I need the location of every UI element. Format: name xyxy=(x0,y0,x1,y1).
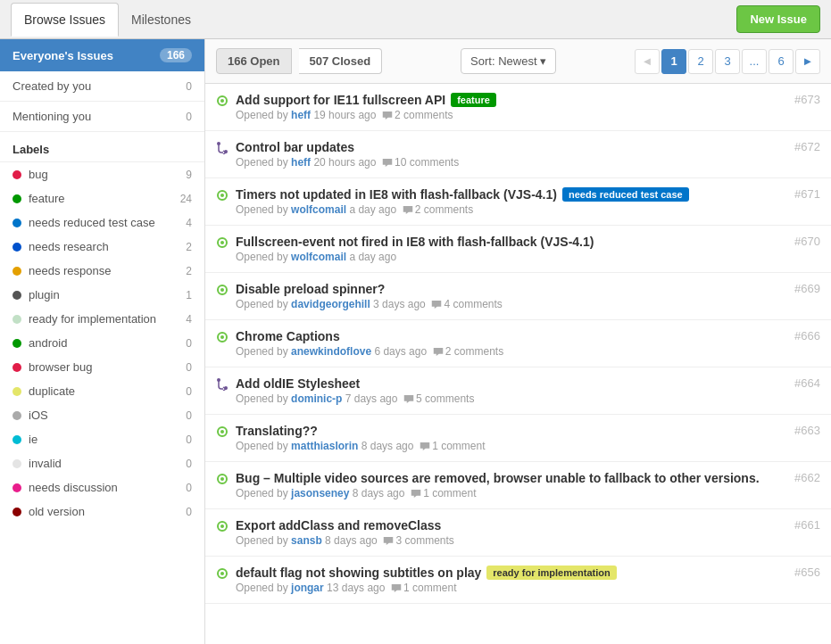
svg-point-5 xyxy=(220,194,224,197)
issue-title-line: Chrome Captions xyxy=(236,329,780,343)
sidebar-label-plugin[interactable]: plugin 1 xyxy=(0,283,204,307)
tab-browse-issues[interactable]: Browse Issues xyxy=(11,3,119,37)
comment-icon xyxy=(411,489,421,499)
issue-author-link[interactable]: jongar xyxy=(291,582,324,594)
pagination-page-1[interactable]: 1 xyxy=(661,49,686,74)
issue-row: default flag not showing subtitles on pl… xyxy=(205,557,831,604)
pagination-prev[interactable]: ◄ xyxy=(635,49,660,74)
label-count-text: 4 xyxy=(186,217,192,229)
issue-title[interactable]: Add oldIE Stylesheet xyxy=(236,376,360,391)
sidebar-label-bug[interactable]: bug 9 xyxy=(0,162,204,186)
issue-title[interactable]: Timers not updated in IE8 with flash-fal… xyxy=(236,187,557,202)
header: Browse Issues Milestones New Issue xyxy=(0,0,831,39)
tab-milestones[interactable]: Milestones xyxy=(119,4,204,36)
sidebar-label-android[interactable]: android 0 xyxy=(0,331,204,355)
sidebar-label-iOS[interactable]: iOS 0 xyxy=(0,403,204,427)
issue-content: Chrome Captions Opened by anewkindoflove… xyxy=(236,329,780,358)
issue-title[interactable]: Bug – Multiple video sources are removed… xyxy=(236,471,760,485)
sort-dropdown[interactable]: Sort: Newest ▾ xyxy=(461,48,556,74)
issue-author-link[interactable]: jasonseney xyxy=(291,487,349,500)
label-color-dot xyxy=(12,170,21,179)
issue-number: #671 xyxy=(787,187,820,201)
sidebar-label-duplicate[interactable]: duplicate 0 xyxy=(0,379,204,403)
issue-author-link[interactable]: anewkindoflove xyxy=(291,345,371,358)
label-name-text: ie xyxy=(29,433,186,446)
issue-title[interactable]: Chrome Captions xyxy=(236,329,340,343)
issue-author-link[interactable]: heff xyxy=(291,109,311,121)
sidebar-label-old-version[interactable]: old version 0 xyxy=(0,500,204,524)
issue-row: Control bar updates Opened by heff 20 ho… xyxy=(205,131,831,178)
label-count-text: 0 xyxy=(186,433,192,446)
label-color-dot xyxy=(12,363,21,372)
issue-title[interactable]: Control bar updates xyxy=(236,140,354,154)
sidebar-label-ready-for-implementation[interactable]: ready for implementation 4 xyxy=(0,307,204,331)
issue-author-link[interactable]: davidgeorgehill xyxy=(291,298,370,310)
label-color-dot xyxy=(12,483,21,492)
sidebar-label-browser-bug[interactable]: browser bug 0 xyxy=(0,355,204,379)
svg-point-1 xyxy=(220,99,224,103)
issue-status-icon xyxy=(216,473,229,488)
open-issue-icon xyxy=(216,567,229,580)
sidebar-label-ie[interactable]: ie 0 xyxy=(0,427,204,451)
issue-row: Bug – Multiple video sources are removed… xyxy=(205,462,831,509)
issue-row: Chrome Captions Opened by anewkindoflove… xyxy=(205,320,831,367)
sidebar-label-needs-research[interactable]: needs research 2 xyxy=(0,235,204,259)
sidebar-label-needs-response[interactable]: needs response 2 xyxy=(0,259,204,283)
closed-issues-button[interactable]: 507 Closed xyxy=(299,48,383,74)
issue-meta: Opened by davidgeorgehill 3 days ago 4 c… xyxy=(236,298,780,310)
sidebar-label-invalid[interactable]: invalid 0 xyxy=(0,451,204,475)
merged-issue-icon xyxy=(216,378,229,391)
comment-icon xyxy=(391,583,402,593)
open-issues-button[interactable]: 166 Open xyxy=(216,48,292,74)
issue-title-line: Export addClass and removeClass xyxy=(236,518,780,533)
comment-icon xyxy=(382,111,393,120)
issue-content: Bug – Multiple video sources are removed… xyxy=(236,471,780,500)
sidebar-item-mentioning-you[interactable]: Mentioning you 0 xyxy=(0,102,204,132)
label-count-text: 0 xyxy=(186,506,192,518)
pagination-next[interactable]: ► xyxy=(795,49,820,74)
open-issue-icon xyxy=(216,236,229,249)
issue-title[interactable]: Export addClass and removeClass xyxy=(236,518,441,533)
everyone-label: Everyone's Issues xyxy=(12,49,113,62)
issue-number: #663 xyxy=(787,424,820,437)
issue-author-link[interactable]: wolfcomail xyxy=(291,203,346,216)
pagination-page-6[interactable]: 6 xyxy=(769,49,794,74)
label-count-text: 0 xyxy=(186,458,192,470)
sidebar-item-created-by-you[interactable]: Created by you 0 xyxy=(0,71,204,102)
issue-author-link[interactable]: matthiaslorin xyxy=(291,440,358,452)
sidebar-label-needs-discussion[interactable]: needs discussion 0 xyxy=(0,475,204,500)
issue-title[interactable]: default flag not showing subtitles on pl… xyxy=(236,566,481,580)
created-by-you-label: Created by you xyxy=(12,79,91,93)
pagination-page-2[interactable]: 2 xyxy=(688,49,713,74)
sidebar-label-needs-reduced-test-case[interactable]: needs reduced test case 4 xyxy=(0,211,204,235)
issue-title[interactable]: Translating?? xyxy=(236,424,318,438)
sidebar-label-feature[interactable]: feature 24 xyxy=(0,186,204,211)
issue-title[interactable]: Disable preload spinner? xyxy=(236,282,385,296)
issue-author-link[interactable]: heff xyxy=(291,156,311,169)
issue-author-link[interactable]: sansb xyxy=(291,534,322,547)
open-issue-icon xyxy=(216,425,229,438)
label-name-text: old version xyxy=(29,505,186,518)
issue-title-line: default flag not showing subtitles on pl… xyxy=(236,566,780,580)
pagination-page-3[interactable]: 3 xyxy=(715,49,740,74)
label-color-dot xyxy=(12,219,21,227)
labels-heading: Labels xyxy=(0,132,204,162)
open-issue-icon xyxy=(216,331,229,343)
issue-status-icon xyxy=(216,378,229,393)
issue-title-line: Disable preload spinner? xyxy=(236,282,780,296)
issue-row: Add oldIE Stylesheet Opened by dominic-p… xyxy=(205,367,831,415)
issue-status-icon xyxy=(216,425,229,441)
main-content: 166 Open 507 Closed Sort: Newest ▾ ◄ 1 2… xyxy=(205,39,831,644)
issue-meta: Opened by anewkindoflove 6 days ago 2 co… xyxy=(236,345,780,358)
new-issue-button[interactable]: New Issue xyxy=(736,5,820,33)
sidebar-item-everyone[interactable]: Everyone's Issues 166 xyxy=(0,39,204,71)
label-count-text: 0 xyxy=(186,409,192,422)
label-name-text: invalid xyxy=(29,457,186,470)
issue-title[interactable]: Add support for IE11 fullscreen API xyxy=(236,93,445,107)
sort-arrow-icon: ▾ xyxy=(540,54,546,68)
issue-author-link[interactable]: dominic-p xyxy=(291,392,342,405)
issue-author-link[interactable]: wolfcomail xyxy=(291,251,346,263)
issue-title[interactable]: Fullscreen-event not fired in IE8 with f… xyxy=(236,235,594,249)
open-issue-icon xyxy=(216,473,229,485)
issue-number: #666 xyxy=(787,329,820,343)
